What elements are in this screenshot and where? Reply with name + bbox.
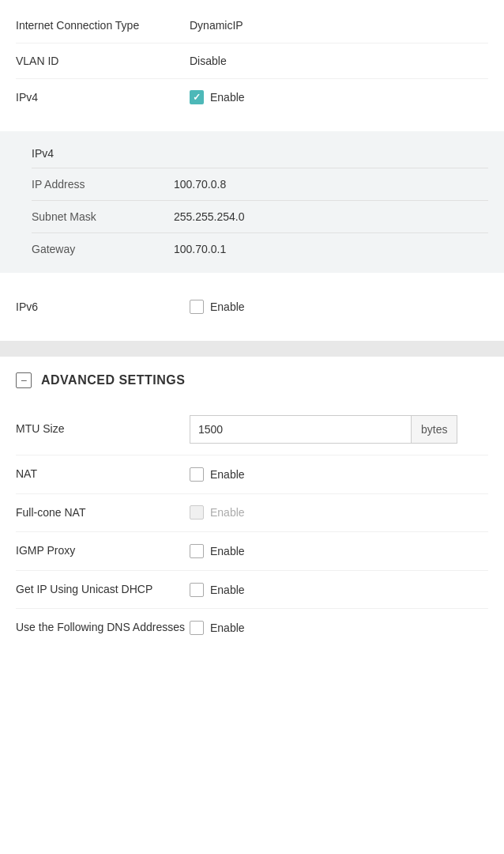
mtu-size-label: MTU Size: [16, 421, 190, 437]
igmp-proxy-row: IGMP Proxy Enable: [16, 532, 488, 571]
subnet-mask-value: 255.255.254.0: [174, 210, 245, 223]
full-cone-nat-enable-text: Enable: [210, 506, 245, 519]
internet-connection-type-label: Internet Connection Type: [16, 19, 190, 32]
top-section: Internet Connection Type DynamicIP VLAN …: [0, 0, 504, 131]
mtu-size-value: bytes: [190, 415, 457, 444]
nat-label: NAT: [16, 467, 190, 482]
get-ip-unicast-dhcp-enable-text: Enable: [210, 584, 245, 596]
get-ip-unicast-dhcp-label: Get IP Using Unicast DHCP: [16, 582, 190, 598]
get-ip-unicast-dhcp-value: Enable: [190, 583, 245, 597]
ipv4-enable-label: IPv4: [16, 91, 190, 104]
gateway-value: 100.70.0.1: [174, 243, 226, 255]
ipv4-enable-text: Enable: [210, 91, 245, 104]
ipv4-subsection: IPv4 IP Address 100.70.0.8 Subnet Mask 2…: [0, 131, 504, 273]
mtu-unit-label: bytes: [411, 415, 457, 444]
full-cone-nat-value: Enable: [190, 505, 245, 520]
mtu-size-input[interactable]: [190, 415, 411, 444]
ipv6-enable-text: Enable: [210, 300, 245, 313]
ipv6-row: IPv6 Enable: [16, 289, 488, 325]
gateway-row: Gateway 100.70.0.1: [32, 232, 488, 265]
use-following-dns-enable-text: Enable: [210, 622, 245, 634]
ipv4-subsection-title: IPv4: [32, 139, 488, 168]
ipv4-enable-value: Enable: [190, 90, 245, 104]
ipv6-label: IPv6: [16, 300, 190, 313]
vlan-id-label: VLAN ID: [16, 55, 190, 67]
nat-enable-text: Enable: [210, 468, 245, 481]
nat-value: Enable: [190, 467, 245, 482]
gateway-label: Gateway: [32, 243, 174, 255]
mtu-size-row: MTU Size bytes: [16, 404, 488, 455]
ip-address-label: IP Address: [32, 178, 174, 191]
ipv6-checkbox[interactable]: [190, 300, 204, 314]
nat-checkbox[interactable]: [190, 467, 204, 482]
nat-row: NAT Enable: [16, 455, 488, 494]
vlan-id-value: Disable: [190, 55, 227, 67]
full-cone-nat-checkbox[interactable]: [190, 505, 204, 520]
subnet-mask-row: Subnet Mask 255.255.254.0: [32, 200, 488, 232]
internet-connection-type-row: Internet Connection Type DynamicIP: [16, 8, 488, 43]
get-ip-unicast-dhcp-row: Get IP Using Unicast DHCP Enable: [16, 571, 488, 610]
ip-address-value: 100.70.0.8: [174, 178, 226, 191]
advanced-settings-header: ADVANCED SETTINGS: [16, 372, 488, 388]
advanced-settings-section: ADVANCED SETTINGS MTU Size bytes NAT Ena…: [0, 357, 504, 663]
mtu-input-group: bytes: [190, 415, 457, 444]
use-following-dns-checkbox[interactable]: [190, 621, 204, 635]
vlan-id-row: VLAN ID Disable: [16, 43, 488, 79]
section-divider: [0, 341, 504, 357]
use-following-dns-row: Use the Following DNS Addresses Enable: [16, 609, 488, 647]
ipv6-section: IPv6 Enable: [0, 281, 504, 341]
use-following-dns-value: Enable: [190, 621, 245, 635]
ipv4-checkbox[interactable]: [190, 90, 204, 104]
full-cone-nat-row: Full-cone NAT Enable: [16, 494, 488, 533]
use-following-dns-label: Use the Following DNS Addresses: [16, 620, 190, 636]
igmp-proxy-checkbox[interactable]: [190, 544, 204, 558]
ipv4-enable-row: IPv4 Enable: [16, 79, 488, 115]
settings-container: Internet Connection Type DynamicIP VLAN …: [0, 0, 504, 663]
ip-address-row: IP Address 100.70.0.8: [32, 168, 488, 200]
get-ip-unicast-dhcp-checkbox[interactable]: [190, 583, 204, 597]
igmp-proxy-label: IGMP Proxy: [16, 543, 190, 559]
advanced-settings-title: ADVANCED SETTINGS: [41, 373, 185, 387]
igmp-proxy-value: Enable: [190, 544, 245, 558]
igmp-proxy-enable-text: Enable: [210, 545, 245, 557]
internet-connection-type-value: DynamicIP: [190, 19, 243, 32]
collapse-icon[interactable]: [16, 372, 32, 388]
full-cone-nat-label: Full-cone NAT: [16, 505, 190, 521]
subnet-mask-label: Subnet Mask: [32, 210, 174, 223]
ipv6-value: Enable: [190, 300, 245, 314]
